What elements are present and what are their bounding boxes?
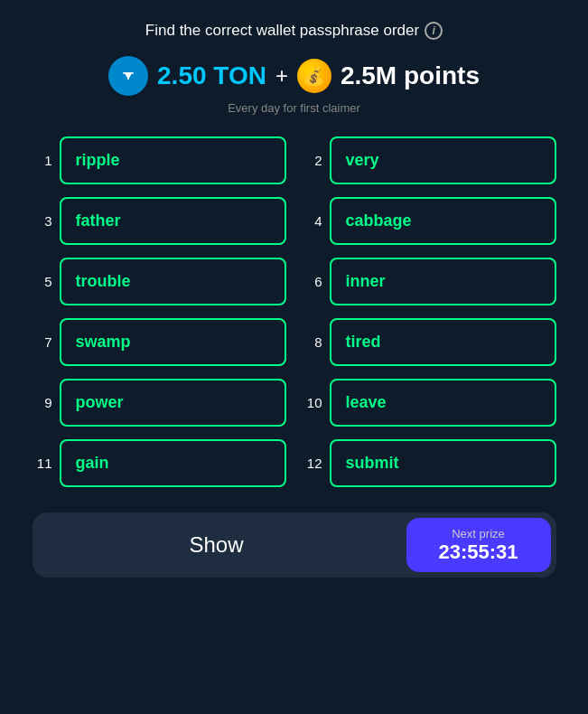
show-button[interactable]: Show xyxy=(33,512,401,578)
word-number: 7 xyxy=(33,334,52,350)
word-number: 8 xyxy=(303,334,322,350)
words-grid: 1ripple2very3father4cabbage5trouble6inne… xyxy=(33,136,556,487)
list-item[interactable]: 6inner xyxy=(303,258,556,305)
word-box[interactable]: ripple xyxy=(60,136,286,184)
word-text: leave xyxy=(346,393,387,411)
word-number: 11 xyxy=(33,456,52,471)
word-text: swamp xyxy=(76,333,131,351)
reward-row: 2.50 TON + 💰 2.5M points xyxy=(108,56,480,96)
list-item[interactable]: 1ripple xyxy=(33,136,286,184)
word-number: 6 xyxy=(303,274,322,289)
word-box[interactable]: tired xyxy=(330,318,556,366)
list-item[interactable]: 11gain xyxy=(33,439,286,487)
word-box[interactable]: power xyxy=(60,379,286,427)
list-item[interactable]: 4cabbage xyxy=(303,197,556,245)
next-prize-panel: Next prize 23:55:31 xyxy=(406,518,551,572)
word-number: 1 xyxy=(33,153,52,168)
plus-sign: + xyxy=(275,63,288,89)
word-number: 4 xyxy=(303,213,322,229)
word-box[interactable]: inner xyxy=(330,258,556,305)
next-prize-label: Next prize xyxy=(452,527,505,540)
word-text: power xyxy=(76,393,124,411)
list-item[interactable]: 12submit xyxy=(303,439,556,487)
list-item[interactable]: 3father xyxy=(33,197,286,245)
word-text: inner xyxy=(346,272,386,290)
list-item[interactable]: 10leave xyxy=(303,379,556,427)
word-box[interactable]: cabbage xyxy=(330,197,556,245)
bottom-bar: Show Next prize 23:55:31 xyxy=(33,512,556,578)
list-item[interactable]: 7swamp xyxy=(33,318,286,366)
ton-icon xyxy=(108,56,148,96)
word-text: trouble xyxy=(76,272,131,290)
word-box[interactable]: father xyxy=(60,197,286,245)
word-text: cabbage xyxy=(346,211,412,230)
word-box[interactable]: submit xyxy=(330,439,556,487)
word-number: 3 xyxy=(33,213,52,229)
word-number: 12 xyxy=(303,456,322,471)
word-number: 10 xyxy=(303,395,322,410)
list-item[interactable]: 9power xyxy=(33,379,286,427)
list-item[interactable]: 8tired xyxy=(303,318,556,366)
word-box[interactable]: leave xyxy=(330,379,556,427)
word-box[interactable]: swamp xyxy=(60,318,286,366)
coin-icon: 💰 xyxy=(297,59,331,93)
points-amount: 2.5M points xyxy=(341,61,480,90)
next-prize-timer: 23:55:31 xyxy=(438,540,518,564)
word-text: ripple xyxy=(76,151,120,169)
page-title: Find the correct wallet passphrase order… xyxy=(145,22,443,40)
word-number: 5 xyxy=(33,274,52,289)
word-number: 9 xyxy=(33,395,52,410)
word-box[interactable]: gain xyxy=(60,439,286,487)
word-text: tired xyxy=(346,333,381,351)
word-number: 2 xyxy=(303,153,322,168)
reward-subtitle: Every day for first claimer xyxy=(228,101,360,115)
word-text: father xyxy=(76,211,121,230)
ton-amount: 2.50 TON xyxy=(157,61,266,90)
info-icon[interactable]: i xyxy=(425,22,443,40)
word-box[interactable]: trouble xyxy=(60,258,286,305)
word-box[interactable]: very xyxy=(330,136,556,184)
word-text: gain xyxy=(76,454,109,472)
list-item[interactable]: 2very xyxy=(303,136,556,184)
list-item[interactable]: 5trouble xyxy=(33,258,286,305)
word-text: very xyxy=(346,151,379,169)
word-text: submit xyxy=(346,454,399,472)
